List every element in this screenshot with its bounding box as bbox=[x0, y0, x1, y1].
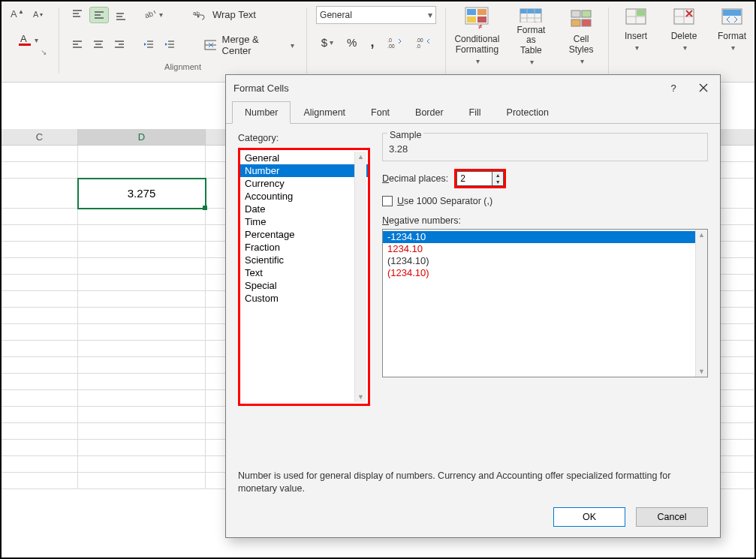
comma-format-button[interactable]: , bbox=[367, 33, 377, 52]
neg-item-3[interactable]: (1234.10) bbox=[383, 267, 707, 279]
column-header-d[interactable]: D bbox=[78, 129, 206, 146]
category-item-date[interactable]: Date bbox=[240, 203, 368, 215]
increase-font-button[interactable]: A▲ bbox=[8, 6, 27, 21]
conditional-formatting-label: Conditional Formatting bbox=[454, 35, 499, 56]
align-center-icon bbox=[92, 39, 104, 51]
format-cells-label: Format bbox=[718, 32, 746, 42]
category-item-time[interactable]: Time bbox=[240, 215, 368, 228]
align-center-button[interactable] bbox=[89, 38, 107, 53]
category-item-text[interactable]: Text bbox=[240, 266, 368, 279]
font-color-button[interactable]: A bbox=[16, 32, 41, 48]
alignment-group-label: Alignment bbox=[164, 62, 201, 71]
merge-center-button[interactable]: Merge & Center bbox=[201, 31, 297, 59]
dialog-help-button[interactable]: ? bbox=[658, 77, 688, 99]
dialog-tabs: Number Alignment Font Border Fill Protec… bbox=[226, 101, 720, 124]
neg-item-2[interactable]: (1234.10) bbox=[383, 255, 707, 267]
tab-protection[interactable]: Protection bbox=[494, 101, 562, 124]
percent-format-button[interactable]: % bbox=[344, 35, 360, 50]
category-item-scientific[interactable]: Scientific bbox=[240, 254, 368, 266]
increase-indent-icon bbox=[164, 39, 176, 51]
insert-cells-icon bbox=[623, 6, 649, 29]
align-middle-button[interactable] bbox=[89, 7, 109, 23]
svg-text:A: A bbox=[11, 8, 17, 20]
number-format-combo[interactable]: General ▾ bbox=[316, 6, 436, 24]
svg-text:ab: ab bbox=[145, 9, 155, 20]
category-scrollbar[interactable]: ▲▼ bbox=[354, 152, 366, 402]
format-cells-button[interactable]: Format bbox=[709, 3, 754, 69]
svg-rect-42 bbox=[467, 17, 476, 23]
align-middle-icon bbox=[93, 9, 105, 21]
svg-text:.00: .00 bbox=[387, 44, 395, 49]
increase-decimal-icon: .0.00 bbox=[387, 37, 402, 49]
decrease-font-icon: A▾ bbox=[33, 8, 47, 20]
category-item-number[interactable]: Number bbox=[240, 164, 368, 177]
svg-text:A: A bbox=[33, 10, 39, 19]
column-header-c[interactable]: C bbox=[2, 129, 78, 146]
align-right-button[interactable] bbox=[110, 38, 128, 53]
cell-styles-button[interactable]: Cell Styles bbox=[559, 3, 604, 69]
ok-button[interactable]: OK bbox=[553, 507, 625, 527]
delete-cells-button[interactable]: Delete bbox=[661, 3, 706, 69]
category-item-accounting[interactable]: Accounting bbox=[240, 190, 368, 203]
orientation-button[interactable]: ab bbox=[142, 8, 166, 23]
accounting-format-button[interactable]: $ bbox=[318, 35, 336, 50]
increase-indent-button[interactable] bbox=[161, 38, 179, 53]
decrease-indent-button[interactable] bbox=[140, 38, 158, 53]
negative-numbers-list[interactable]: -1234.10 1234.10 (1234.10) (1234.10) ▲▼ bbox=[382, 229, 708, 377]
decimal-spin-up[interactable]: ▲ bbox=[492, 172, 503, 179]
wrap-text-button[interactable]: ab Wrap Text bbox=[190, 6, 262, 23]
tab-border[interactable]: Border bbox=[402, 101, 456, 124]
category-item-custom[interactable]: Custom bbox=[240, 292, 368, 305]
font-dialog-launcher[interactable]: ↘ bbox=[38, 48, 50, 56]
category-item-currency[interactable]: Currency bbox=[240, 177, 368, 190]
tab-alignment[interactable]: Alignment bbox=[291, 101, 358, 124]
dialog-close-button[interactable] bbox=[688, 77, 718, 99]
svg-rect-53 bbox=[571, 20, 580, 26]
align-top-button[interactable] bbox=[68, 8, 86, 23]
align-bottom-button[interactable] bbox=[112, 8, 130, 23]
insert-cells-button[interactable]: Insert bbox=[613, 3, 658, 69]
tab-font[interactable]: Font bbox=[358, 101, 402, 124]
tab-number[interactable]: Number bbox=[232, 101, 291, 124]
format-cells-dialog: Format Cells ? Number Alignment Font Bor… bbox=[225, 74, 721, 538]
negative-numbers-label: Negative numbers: bbox=[382, 215, 708, 226]
increase-decimal-button[interactable]: .0.00 bbox=[384, 35, 405, 50]
svg-line-16 bbox=[154, 11, 155, 14]
category-item-special[interactable]: Special bbox=[240, 279, 368, 292]
increase-font-icon: A▲ bbox=[11, 8, 24, 20]
neg-item-1[interactable]: 1234.10 bbox=[383, 243, 707, 255]
cell-d-selected[interactable]: 3.275 bbox=[78, 179, 206, 209]
neg-item-0[interactable]: -1234.10 bbox=[383, 231, 707, 243]
category-item-fraction[interactable]: Fraction bbox=[240, 241, 368, 254]
alignment-group: ab ab Wrap Text bbox=[64, 3, 302, 71]
format-as-table-button[interactable]: Format as Table bbox=[507, 3, 556, 69]
category-item-percentage[interactable]: Percentage bbox=[240, 228, 368, 241]
use-1000-separator-checkbox[interactable] bbox=[382, 196, 393, 206]
decimal-places-input[interactable] bbox=[456, 171, 492, 186]
conditional-formatting-button[interactable]: ≠ Conditional Formatting bbox=[450, 3, 504, 69]
delete-cells-label: Delete bbox=[671, 32, 697, 42]
cell-styles-label: Cell Styles bbox=[569, 35, 594, 56]
insert-cells-label: Insert bbox=[625, 32, 647, 42]
comma-icon: , bbox=[370, 35, 374, 50]
cell-value: 3.275 bbox=[128, 187, 156, 200]
decrease-decimal-button[interactable]: .00.0 bbox=[413, 35, 434, 50]
styles-group: ≠ Conditional Formatting Format as Table bbox=[450, 3, 604, 69]
dialog-body: Category: General Number Currency Accoun… bbox=[226, 124, 720, 500]
cancel-button[interactable]: Cancel bbox=[636, 507, 708, 527]
svg-rect-54 bbox=[582, 20, 591, 26]
category-list[interactable]: General Number Currency Accounting Date … bbox=[238, 148, 370, 406]
svg-text:≠: ≠ bbox=[478, 23, 483, 31]
align-left-button[interactable] bbox=[68, 38, 86, 53]
cell-c[interactable] bbox=[2, 179, 78, 209]
negative-scrollbar[interactable]: ▲▼ bbox=[695, 230, 707, 377]
orientation-icon: ab bbox=[145, 9, 157, 21]
decrease-font-button[interactable]: A▾ bbox=[30, 6, 50, 21]
decimal-spin-down[interactable]: ▼ bbox=[492, 179, 503, 185]
category-item-general[interactable]: General bbox=[240, 152, 368, 164]
svg-rect-51 bbox=[571, 11, 580, 17]
align-top-icon bbox=[71, 9, 83, 21]
decimal-places-label: Decimal places: bbox=[382, 173, 448, 184]
tab-fill[interactable]: Fill bbox=[456, 101, 494, 124]
format-as-table-label: Format as Table bbox=[513, 26, 550, 56]
